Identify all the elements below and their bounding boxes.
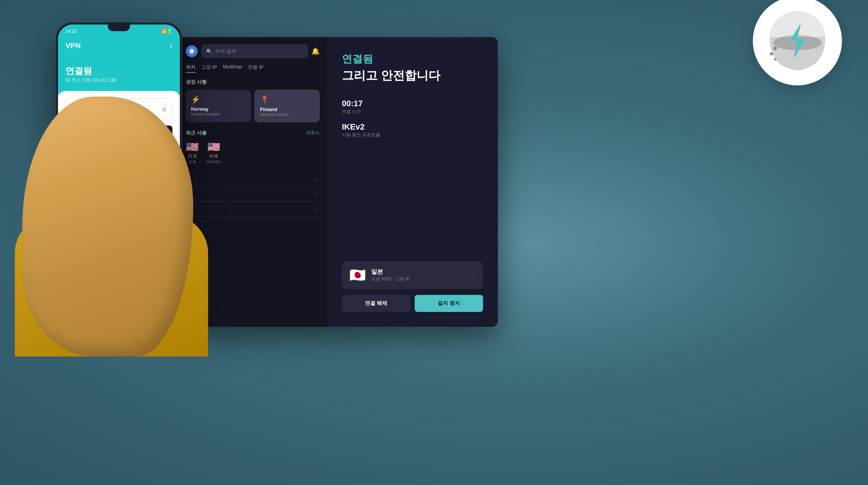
phone-time: 14:25 bbox=[65, 29, 77, 34]
helmet-svg bbox=[764, 7, 831, 74]
hand-visual bbox=[22, 97, 193, 357]
tab-multihop[interactable]: MultiHop bbox=[223, 64, 242, 73]
helmet-circle bbox=[753, 0, 842, 85]
finland-name: Finland bbox=[260, 107, 314, 112]
helmet-decoration bbox=[738, 0, 849, 119]
phone-container: 14:25 📶🔋 VPN › 연결됨 IP 주소 138.199.22.138 … bbox=[37, 22, 223, 431]
phone-signal-icon: 📶🔋 bbox=[161, 29, 172, 34]
tab-obfuscated[interactable]: 전용 IP bbox=[248, 64, 263, 73]
server-detail: 도쿄 #020 - 고정 IP bbox=[371, 276, 409, 282]
rec-card-finland[interactable]: 📍 Finland Nearest country bbox=[255, 90, 320, 122]
phone-connected-area: 연결됨 IP 주소 138.199.22.138 bbox=[58, 58, 180, 95]
pause-button[interactable]: 일지 중지 bbox=[415, 295, 483, 312]
clear-recent-button[interactable]: 지우기 bbox=[306, 130, 320, 136]
phone-notch bbox=[108, 22, 130, 31]
protocol-label: 사용 중인 프로토콜 bbox=[342, 132, 483, 138]
finland-sub: Nearest country bbox=[260, 112, 314, 117]
svg-point-5 bbox=[773, 46, 777, 50]
action-buttons: 연결 해제 일지 중지 bbox=[342, 295, 483, 312]
star-icon-1[interactable]: ☆ bbox=[314, 191, 320, 198]
connection-time-label: 연결 시간 bbox=[342, 108, 483, 115]
server-flag-icon: 🇯🇵 bbox=[349, 267, 366, 283]
phone-header-chevron-icon[interactable]: › bbox=[170, 42, 172, 50]
phone-server-favorite-icon[interactable]: ☆ bbox=[162, 106, 167, 113]
time-stat: 00:17 연결 시간 bbox=[342, 99, 483, 115]
server-card[interactable]: 🇯🇵 일본 도쿄 #020 - 고정 IP ☆ bbox=[342, 261, 483, 289]
server-favorite-icon[interactable]: ☆ bbox=[470, 271, 476, 279]
location-icon: 📍 bbox=[260, 95, 314, 104]
disconnect-button[interactable]: 연결 해제 bbox=[342, 295, 410, 312]
protocol-stat: IKEv2 사용 중인 프로토콜 bbox=[342, 122, 483, 138]
protocol-value: IKEv2 bbox=[342, 122, 483, 132]
svg-point-6 bbox=[770, 52, 773, 55]
phone-header: VPN › bbox=[58, 38, 180, 58]
star-icon-0[interactable]: ☆ bbox=[314, 176, 320, 183]
phone-ip-address: IP 주소 138.199.22.138 bbox=[65, 77, 172, 84]
svg-point-7 bbox=[774, 58, 776, 61]
connection-time-value: 00:17 bbox=[342, 99, 483, 108]
phone-vpn-title: VPN bbox=[65, 42, 81, 50]
safe-subtitle: 그리고 안전합니다 bbox=[342, 68, 483, 84]
server-country-name: 일본 bbox=[371, 268, 409, 276]
desktop-panel: 🔍 위치 검색 🔔 위치 고정 IP MultiHop 전용 IP 권장 사항 … bbox=[178, 37, 498, 327]
star-icon-2[interactable]: ☆ bbox=[314, 205, 320, 212]
connected-status: 연결됨 bbox=[342, 52, 483, 66]
notification-bell-icon[interactable]: 🔔 bbox=[311, 47, 320, 55]
panel-right: 연결됨 그리고 안전합니다 00:17 연결 시간 IKEv2 사용 중인 프로… bbox=[327, 37, 498, 327]
phone-connected-text: 연결됨 bbox=[65, 65, 172, 77]
